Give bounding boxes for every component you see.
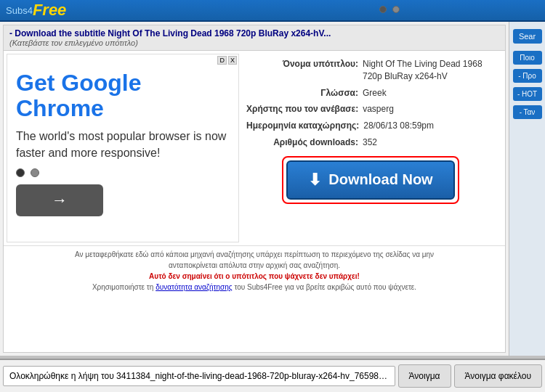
right-search-box[interactable]: Sear <box>513 29 542 44</box>
info-panel: Όνομα υπότιτλου: Night Of The Living Dea… <box>239 54 502 242</box>
right-panel: Sear Ποιο - Προ - ΗΟΤ - Ταν <box>509 22 545 356</box>
info-date-value: 28/06/13 08:59pm <box>363 120 495 132</box>
filename-text: Ολοκληρώθηκε η λήψη του 3411384_night-of… <box>9 371 387 381</box>
info-downloads-value: 352 <box>363 136 495 149</box>
disclaimer-warning: Αυτό δεν σημαίνει ότι ο υπότιτλος που ψά… <box>149 272 360 280</box>
disclaimer-line5: του Subs4Free για να βρείτε ακριβώς αυτό… <box>234 283 416 291</box>
info-row-date: Ημερομηνία καταχώρησης: 28/06/13 08:59pm <box>246 120 495 132</box>
ad-close[interactable]: X <box>228 56 237 65</box>
content-row: D X Get Google Chrome The world's most p… <box>4 51 505 245</box>
site-prefix: Subs4 <box>6 5 33 16</box>
info-row-language: Γλώσσα: Greek <box>246 87 495 99</box>
carousel-dot-1[interactable] <box>16 168 25 177</box>
info-name-value: Night Of The Living Dead 1968 720p BluRa… <box>363 58 495 83</box>
right-nav-item-1[interactable]: Ποιο <box>513 51 542 65</box>
info-row-uploader: Χρήστης που τον ανέβασε: vasperg <box>246 103 495 115</box>
nav-dot-1[interactable] <box>379 6 387 13</box>
info-row-name: Όνομα υπότιτλου: Night Of The Living Dea… <box>246 58 495 83</box>
info-name-label: Όνομα υπότιτλου: <box>246 58 363 83</box>
download-btn-container: ⬇ Download Now <box>246 156 495 204</box>
disclaimer-line1: Αν μεταφερθήκατε εδώ από κάποια μηχανή α… <box>75 250 434 258</box>
right-nav-item-4[interactable]: - Ταν <box>513 105 542 119</box>
top-bar: Subs4 Free <box>0 0 545 22</box>
disclaimer-line4: Χρησιμοποιήστε τη <box>92 283 153 291</box>
carousel-dot-2[interactable] <box>31 168 39 177</box>
disclaimer: Αν μεταφερθήκατε εδώ από κάποια μηχανή α… <box>4 245 505 295</box>
ad-headline: Get Google Chrome <box>16 70 230 121</box>
download-label: Download Now <box>328 171 432 188</box>
info-language-value: Greek <box>363 87 495 99</box>
info-language-label: Γλώσσα: <box>246 87 363 99</box>
info-row-downloads: Αριθμός downloads: 352 <box>246 136 495 149</box>
carousel-dots <box>16 168 230 177</box>
subtitle-main-title: - Download the subtitle Night Of The Liv… <box>9 28 499 38</box>
right-nav-item-3[interactable]: - ΗΟΤ <box>513 87 542 101</box>
info-uploader-label: Χρήστης που τον ανέβασε: <box>246 103 363 115</box>
info-uploader-value: vasperg <box>363 103 495 115</box>
download-now-button[interactable]: ⬇ Download Now <box>286 160 454 200</box>
download-btn-highlight: ⬇ Download Now <box>282 156 459 204</box>
info-downloads-label: Αριθμός downloads: <box>246 136 363 149</box>
nav-dot-2[interactable] <box>392 6 400 13</box>
ad-arrow-button[interactable]: → <box>16 184 103 216</box>
info-date-label: Ημερομηνία καταχώρησης: <box>246 120 363 132</box>
ad-indicator[interactable]: D <box>217 56 227 65</box>
nav-dots <box>379 6 400 13</box>
center-panel: - Download the subtitle Night Of The Liv… <box>3 25 506 353</box>
open-button[interactable]: Άνοιγμα <box>398 364 451 388</box>
disclaimer-search-link[interactable]: δυνατότητα αναζήτησης <box>156 283 232 291</box>
open-folder-button[interactable]: Άνοιγμα φακέλου <box>454 364 542 388</box>
subtitle-title-bar: - Download the subtitle Night Of The Liv… <box>4 25 505 51</box>
right-nav-item-2[interactable]: - Προ <box>513 69 542 83</box>
site-logo: Free <box>33 1 66 20</box>
download-icon: ⬇ <box>308 171 321 189</box>
main-content: - Download the subtitle Night Of The Liv… <box>0 22 545 356</box>
subtitle-sub-title: (Κατεβάστε τον επιλεγμένο υπότιτλο) <box>9 38 499 47</box>
status-filename: Ολοκληρώθηκε η λήψη του 3411384_night-of… <box>3 366 395 386</box>
disclaimer-line2: ανταποκρίνεται απόλυτα στην αρχική σας α… <box>169 261 340 269</box>
arrow-icon: → <box>52 191 68 210</box>
ad-badge: D X <box>217 56 237 65</box>
ad-panel: D X Get Google Chrome The world's most p… <box>7 54 239 242</box>
status-bar: Ολοκληρώθηκε η λήψη του 3411384_night-of… <box>0 359 545 392</box>
ad-subtext: The world's most popular browser is now … <box>16 128 230 161</box>
